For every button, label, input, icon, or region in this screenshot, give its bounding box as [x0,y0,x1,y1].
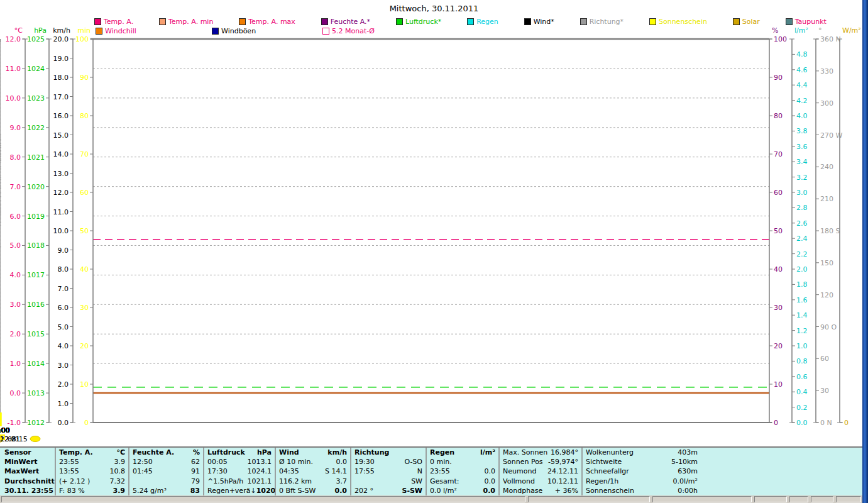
table-cell-6-2-label: Gesamt: [430,477,459,486]
table-cell-3-2: ^1.5hPa/h1021.1 [204,477,275,486]
status-segment-0 [1,496,525,502]
axis-tick-label-kmh: 16.0 [53,112,69,120]
axis-tick-label-lm2: 4.0 [796,112,808,120]
table-cell-4-0-label: Ø 10 min. [279,457,313,467]
sensor-table: SensorMinWertMaxWertDurchschnitt30.11. 2… [0,446,862,497]
table-rowhead-1-label: MinWert [4,457,37,467]
table-cell-2-2: 79 [129,477,203,486]
axis-tick-label-wm2: 0 [844,419,849,427]
axis-tick-label-deg: 150 [820,259,833,267]
table-column-5: Richtung19:30O-SO17:55NSW202 °S-SW [350,448,426,497]
table-cell-1-2: (+ 2.12 )7.32 [56,477,128,486]
table-cell-4-1-value: S 14.1 [325,467,347,476]
series-richtung-dot [0,145,1,146]
table-info-7-0-value: 16,984° [551,448,578,457]
axis-tick-label-min: 90 [80,74,89,82]
axis-tick-label-lm2: 4.8 [796,50,808,58]
axis-tick-label-lm2: 3.4 [796,158,808,166]
axis-tick-label-temp: 3.0 [10,301,21,309]
axis-tick-label-lm2: 2.0 [796,265,808,274]
table-header-3: LuftdruckhPa [204,448,275,457]
axis-tick-label-min: 60 [80,189,89,197]
axis-tick-label-lm2: 1.4 [796,311,808,319]
table-header-3-value: hPa [257,448,272,457]
axis-tick-label-lm2: 4.4 [796,81,808,89]
axis-tick-label-min: 100 [75,35,89,43]
axis-tick-label-min: 50 [80,227,89,235]
axis-tick-label-deg: 300 [820,99,833,108]
table-cell-6-0-label: 0 min. [430,457,452,467]
table-header-6-value: l/m² [480,448,495,457]
axis-tick-label-kmh: 10.0 [53,227,69,235]
table-cell-5-1: 17:55N [351,467,426,476]
table-cell-1-2-label: (+ 2.12 ) [59,477,90,486]
axis-tick-label-hpa: 1019 [27,213,45,221]
status-segment-5 [811,496,833,502]
series-richtung-dot [0,146,1,148]
axis-tick-label-temp: 10.0 [6,94,21,102]
axis-tick-label-lm2: 0.4 [796,388,808,396]
axis-tick-label-kmh: 1.0 [58,400,69,408]
x-tick-label: 24:00 [0,426,10,434]
series-richtung-dot [0,166,1,168]
axis-tick-label-hpa: 1021 [27,153,45,162]
axis-tick-label-percent: 50 [774,227,783,235]
status-segment-3 [754,496,787,502]
axis-tick-label-temp: 6.0 [10,213,21,221]
axis-tick-label-hpa: 1017 [27,271,45,279]
series-richtung-dot [0,143,1,145]
table-cell-1-0: 23:553.9 [56,457,128,467]
table-header-4-label: Wind [279,448,299,457]
axis-tick-label-lm2: 0.8 [796,357,808,365]
axis-tick-label-percent: 10 [774,380,783,389]
table-header-3-label: Luftdruck [207,448,245,457]
axis-header-min: min [77,26,91,35]
table-info-7-4: Mondphase+ 36% [500,486,581,495]
table-cell-2-1-value: 91 [191,467,200,476]
axis-tick-label-kmh: 20.0 [53,35,69,43]
table-cell-1-3: F: 83 %3.9 [56,486,128,495]
table-info-8-0-label: Wolkenunterg [586,448,634,457]
axis-tick-label-temp: 5.0 [10,241,21,250]
series-richtung-dot [0,153,1,155]
axis-tick-label-kmh: 3.0 [58,362,69,370]
table-rowhead-0-label: Sensor [4,448,31,457]
table-info-7-3: Vollmond10.12.11 [500,477,581,486]
table-rowhead-4-label: 30.11. 23:55 [4,486,53,495]
table-header-2: Feuchte A.% [129,448,203,457]
table-cell-5-1-value: N [417,467,422,476]
axis-tick-label-lm2: 1.0 [796,342,808,350]
table-cell-3-3-label: Regen+verä↓ [207,486,256,495]
chart-svg[interactable]: 00:0001:0002:0003:0004:0005:0006:0007:00… [0,0,868,446]
table-header-6: Regenl/m² [427,448,498,457]
axis-tick-label-percent: 80 [774,112,783,120]
series-richtung-dot [0,221,1,223]
table-info-7-0: Max. Sonnen16,984° [500,448,581,457]
table-info-8-3-label: Regen/1h [586,477,618,486]
axis-tick-label-lm2: 3.0 [796,189,808,197]
table-cell-6-1-label: 23:55 [430,467,450,476]
axis-tick-label-min: 70 [80,150,89,158]
table-cell-3-3-value: 1020.8 [256,486,275,495]
table-cell-2-0-label: 12:50 [133,457,153,467]
series-richtung-dot [0,136,1,138]
table-cell-6-1: 23:550.0 [427,467,498,476]
table-cell-4-0: Ø 10 min.0.0 [276,457,350,467]
table-info-8-1-label: Sichtweite [586,457,622,467]
status-segment-1 [528,496,650,502]
axis-tick-label-temp: -1.0 [8,419,21,427]
table-rowhead-3: Durchschnitt [1,477,55,486]
axis-tick-label-lm2: 1.2 [796,327,808,335]
series-richtung-dot [0,182,1,184]
table-cell-1-1-value: 10.8 [110,467,126,476]
axis-tick-label-deg: 330 [820,67,833,75]
table-rowhead-1: MinWert [1,457,55,467]
table-column-1: Temp. A.°C23:553.913:5510.8(+ 2.12 )7.32… [55,448,128,497]
axis-tick-label-min: 10 [80,380,89,389]
axis-tick-label-kmh: 19.0 [53,55,69,63]
table-rowhead-2: MaxWert [1,467,55,476]
axis-tick-label-hpa: 1012 [27,419,45,427]
table-cell-5-0-value: O-SO [404,457,422,467]
axis-tick-label-percent: 90 [774,74,783,82]
table-column-8: Wolkenunterg403mSichtweite5-10kmSchneefa… [581,448,701,497]
